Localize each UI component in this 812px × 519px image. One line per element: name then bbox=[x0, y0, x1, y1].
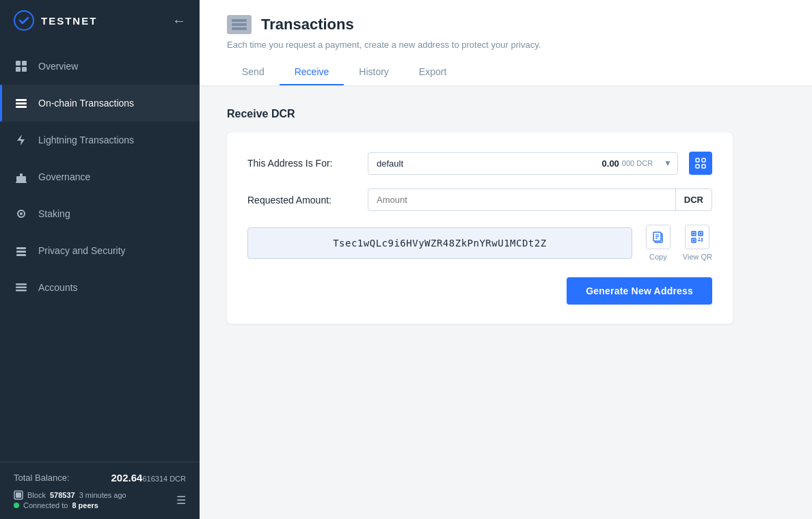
dropdown-arrow-icon[interactable]: ▼ bbox=[658, 158, 677, 168]
amount-input-wrap: DCR bbox=[368, 188, 712, 211]
copy-icon bbox=[646, 225, 671, 249]
total-balance-label: Total Balance: bbox=[14, 473, 70, 483]
svg-rect-38 bbox=[693, 240, 695, 242]
sidebar-item-label: Overview bbox=[38, 61, 78, 72]
copy-button[interactable]: Copy bbox=[646, 225, 671, 261]
privacy-icon bbox=[14, 243, 29, 258]
svg-rect-15 bbox=[16, 254, 26, 256]
tab-export[interactable]: Export bbox=[404, 59, 461, 85]
section-title: Receive DCR bbox=[227, 108, 785, 120]
sidebar-item-onchain[interactable]: On-chain Transactions bbox=[0, 85, 200, 122]
page-title: Transactions bbox=[261, 16, 354, 33]
sidebar-item-label: Accounts bbox=[38, 282, 78, 293]
lightning-icon bbox=[14, 132, 29, 148]
svg-rect-23 bbox=[232, 27, 247, 30]
svg-rect-4 bbox=[22, 67, 27, 72]
svg-rect-8 bbox=[16, 176, 26, 182]
svg-rect-21 bbox=[232, 19, 247, 22]
sidebar-item-privacy[interactable]: Privacy and Security bbox=[0, 232, 200, 269]
svg-point-12 bbox=[20, 212, 23, 215]
total-balance-row: Total Balance: 202.64616314 DCR bbox=[14, 472, 186, 483]
requested-amount-row: Requested Amount: DCR bbox=[247, 188, 712, 211]
sidebar-item-lightning[interactable]: Lightning Transactions bbox=[0, 122, 200, 158]
requested-amount-label: Requested Amount: bbox=[247, 195, 357, 206]
page-title-icon bbox=[227, 15, 252, 34]
block-time: 3 minutes ago bbox=[79, 491, 126, 499]
page-subtitle: Each time you request a payment, create … bbox=[227, 40, 785, 50]
connected-label: Connected to bbox=[23, 501, 68, 509]
balance-small: 616314 DCR bbox=[142, 475, 186, 483]
svg-rect-26 bbox=[696, 165, 699, 168]
page-title-row: Transactions bbox=[227, 15, 785, 34]
filter-icon[interactable]: ☰ bbox=[176, 494, 186, 507]
svg-rect-24 bbox=[696, 158, 699, 162]
onchain-icon bbox=[14, 96, 29, 111]
svg-rect-25 bbox=[702, 158, 705, 162]
footer-left: Block 578537 3 minutes ago Connected to … bbox=[14, 490, 126, 509]
page-header: Transactions Each time you request a pay… bbox=[200, 0, 812, 86]
sidebar-item-governance[interactable]: Governance bbox=[0, 158, 200, 195]
sidebar-item-label: On-chain Transactions bbox=[38, 98, 134, 109]
svg-rect-1 bbox=[16, 61, 21, 66]
sidebar-nav: Overview On-chain Transactions Lightning… bbox=[0, 41, 200, 462]
generate-address-button[interactable]: Generate New Address bbox=[567, 277, 712, 305]
tab-receive[interactable]: Receive bbox=[280, 59, 344, 85]
back-button[interactable]: ← bbox=[172, 13, 186, 29]
receive-card: This Address Is For: 0.00000 DCR ▼ bbox=[227, 132, 733, 324]
qr-icon bbox=[685, 225, 709, 249]
sidebar-item-accounts[interactable]: Accounts bbox=[0, 269, 200, 306]
svg-rect-22 bbox=[232, 23, 247, 26]
tab-send[interactable]: Send bbox=[227, 59, 280, 85]
sidebar-item-staking[interactable]: Staking bbox=[0, 195, 200, 232]
svg-rect-16 bbox=[16, 283, 27, 285]
view-qr-button[interactable]: View QR bbox=[683, 225, 712, 261]
svg-rect-13 bbox=[16, 247, 26, 249]
overview-icon bbox=[14, 59, 29, 74]
svg-rect-6 bbox=[16, 102, 27, 104]
action-icons: Copy bbox=[646, 225, 712, 261]
amount-small: 000 DCR bbox=[622, 159, 653, 167]
view-qr-label: View QR bbox=[683, 253, 712, 261]
app-name: TESTNET bbox=[41, 15, 97, 27]
staking-icon bbox=[14, 206, 29, 221]
block-row: Block 578537 3 minutes ago bbox=[14, 490, 126, 500]
address-selector[interactable]: 0.00000 DCR ▼ bbox=[368, 152, 678, 175]
sidebar-item-overview[interactable]: Overview bbox=[0, 48, 200, 85]
status-dot bbox=[14, 503, 19, 508]
svg-rect-9 bbox=[20, 173, 23, 176]
tabs: Send Receive History Export bbox=[227, 59, 785, 85]
svg-rect-17 bbox=[16, 287, 27, 289]
amount-input[interactable] bbox=[368, 189, 675, 210]
sidebar-footer: Total Balance: 202.64616314 DCR Block 57… bbox=[0, 462, 200, 519]
svg-rect-3 bbox=[16, 67, 21, 72]
svg-rect-14 bbox=[16, 251, 26, 253]
svg-rect-7 bbox=[16, 106, 27, 108]
amount-display: 0.00000 DCR bbox=[602, 158, 659, 169]
amount-large: 0.00 bbox=[602, 158, 619, 169]
content-area: Receive DCR This Address Is For: 0.00000… bbox=[200, 86, 812, 519]
copy-label: Copy bbox=[649, 253, 667, 261]
sidebar-item-label: Staking bbox=[38, 208, 70, 219]
address-for-row: This Address Is For: 0.00000 DCR ▼ bbox=[247, 152, 712, 175]
main-content: Transactions Each time you request a pay… bbox=[200, 0, 812, 519]
svg-rect-2 bbox=[22, 61, 27, 66]
peers-count: 8 peers bbox=[72, 501, 98, 509]
transactions-icon bbox=[232, 19, 247, 30]
block-icon bbox=[14, 490, 23, 500]
tab-history[interactable]: History bbox=[344, 59, 404, 85]
address-for-input[interactable] bbox=[368, 153, 602, 174]
sidebar-item-label: Governance bbox=[38, 171, 90, 182]
svg-rect-37 bbox=[700, 233, 702, 235]
address-display-row: Tsec1wQLc9i6HVyWZR48ZkPnYRwU1MCDt2Z bbox=[247, 225, 712, 261]
scan-button[interactable] bbox=[689, 152, 712, 175]
address-for-label: This Address Is For: bbox=[247, 158, 357, 169]
svg-rect-27 bbox=[702, 165, 705, 168]
total-balance-amount: 202.64616314 DCR bbox=[111, 472, 186, 483]
svg-rect-36 bbox=[693, 233, 695, 235]
sidebar: TESTNET ← Overview On-chain Transactions… bbox=[0, 0, 200, 519]
governance-icon bbox=[14, 169, 29, 184]
app-logo-icon bbox=[14, 10, 34, 31]
svg-rect-18 bbox=[16, 290, 27, 292]
block-number: 578537 bbox=[50, 491, 75, 499]
scan-icon bbox=[695, 158, 706, 169]
